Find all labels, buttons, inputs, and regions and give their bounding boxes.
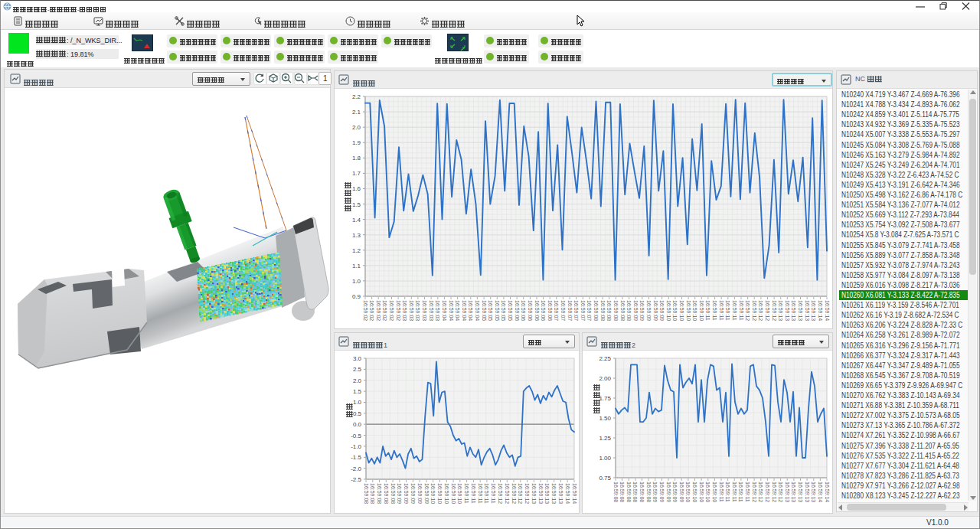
svg-text:16:59:05: 16:59:05 xyxy=(508,300,513,321)
svg-text:16:59:12: 16:59:12 xyxy=(745,300,750,321)
svg-text:16:59:13: 16:59:13 xyxy=(798,482,803,502)
svg-text:16:59:09: 16:59:09 xyxy=(659,300,665,321)
svg-text:16:59:08: 16:59:08 xyxy=(620,300,626,321)
svg-text:16:59:08: 16:59:08 xyxy=(390,483,396,504)
svg-text:16:59:05: 16:59:05 xyxy=(495,300,500,321)
svg-text:16:59:11: 16:59:11 xyxy=(471,483,476,504)
svg-text:16:59:13: 16:59:13 xyxy=(531,483,537,504)
svg-text:16:59:12: 16:59:12 xyxy=(505,483,510,504)
svg-text:16:59:04: 16:59:04 xyxy=(475,300,480,321)
svg-text:16:59:11: 16:59:11 xyxy=(719,300,724,321)
svg-text:16:59:11: 16:59:11 xyxy=(739,300,744,321)
svg-text:1.5: 1.5 xyxy=(352,201,361,208)
svg-text:16:59:03: 16:59:03 xyxy=(402,300,407,321)
svg-text:3.0: 3.0 xyxy=(353,355,362,362)
svg-text:0.9: 0.9 xyxy=(352,293,361,300)
svg-text:16:59:07: 16:59:07 xyxy=(586,300,592,321)
svg-text:16:59:09: 16:59:09 xyxy=(410,483,416,504)
svg-text:16:59:07: 16:59:07 xyxy=(580,300,586,321)
svg-text:16:59:06: 16:59:06 xyxy=(528,300,533,321)
svg-text:16:59:09: 16:59:09 xyxy=(646,300,652,321)
svg-text:16:59:12: 16:59:12 xyxy=(752,482,757,502)
svg-text:16:59:12: 16:59:12 xyxy=(752,300,757,321)
svg-text:16:59:12: 16:59:12 xyxy=(772,482,777,502)
svg-text:16:59:10: 16:59:10 xyxy=(705,482,710,502)
svg-text:1.8: 1.8 xyxy=(352,155,361,162)
svg-text:16:59:08: 16:59:08 xyxy=(639,482,645,502)
svg-text:16:59:08: 16:59:08 xyxy=(626,300,632,321)
svg-text:16:59:11: 16:59:11 xyxy=(464,483,469,504)
svg-text:16:59:13: 16:59:13 xyxy=(551,483,557,504)
svg-text:16:59:08: 16:59:08 xyxy=(606,300,612,321)
svg-text:16:59:14: 16:59:14 xyxy=(825,482,830,502)
svg-text:16:59:13: 16:59:13 xyxy=(778,300,783,321)
svg-text:16:59:11: 16:59:11 xyxy=(719,482,724,502)
svg-text:1.75: 1.75 xyxy=(599,395,611,402)
svg-text:16:59:12: 16:59:12 xyxy=(524,483,530,504)
svg-text:16:59:06: 16:59:06 xyxy=(541,300,546,321)
svg-text:16:59:09: 16:59:09 xyxy=(424,483,430,504)
svg-text:16:59:12: 16:59:12 xyxy=(518,483,523,504)
svg-text:16:59:11: 16:59:11 xyxy=(725,482,730,502)
svg-text:16:59:08: 16:59:08 xyxy=(384,483,389,504)
svg-text:1.2: 1.2 xyxy=(352,247,361,254)
svg-text:16:59:13: 16:59:13 xyxy=(785,482,790,502)
svg-text:16:59:13: 16:59:13 xyxy=(811,300,816,321)
svg-text:16:59:09: 16:59:09 xyxy=(417,483,423,504)
svg-text:1.5: 1.5 xyxy=(353,388,362,395)
svg-text:16:59:05: 16:59:05 xyxy=(488,300,493,321)
svg-text:2.0: 2.0 xyxy=(353,377,362,384)
svg-text:16:59:11: 16:59:11 xyxy=(725,300,730,321)
svg-text:-1.0: -1.0 xyxy=(351,443,361,450)
svg-text:16:59:08: 16:59:08 xyxy=(377,483,382,504)
svg-text:16:59:02: 16:59:02 xyxy=(376,300,381,321)
svg-text:16:59:11: 16:59:11 xyxy=(732,300,737,321)
svg-text:16:59:12: 16:59:12 xyxy=(778,482,783,502)
svg-text:-0.5: -0.5 xyxy=(351,433,361,439)
svg-text:16:59:03: 16:59:03 xyxy=(429,300,434,321)
svg-text:16:59:13: 16:59:13 xyxy=(785,300,790,321)
svg-text:16:59:04: 16:59:04 xyxy=(455,300,460,321)
svg-text:16:59:13: 16:59:13 xyxy=(558,483,564,504)
svg-text:16:59:11: 16:59:11 xyxy=(712,300,717,321)
svg-text:16:59:09: 16:59:09 xyxy=(679,482,684,502)
svg-text:16:59:10: 16:59:10 xyxy=(699,482,704,502)
svg-text:16:59:12: 16:59:12 xyxy=(511,483,517,504)
svg-text:0.5: 0.5 xyxy=(353,410,362,417)
svg-text:1.6: 1.6 xyxy=(352,185,361,192)
svg-text:16:59:08: 16:59:08 xyxy=(370,483,375,504)
svg-text:16:59:08: 16:59:08 xyxy=(593,300,599,321)
svg-text:16:59:14: 16:59:14 xyxy=(825,300,830,321)
svg-text:2.2: 2.2 xyxy=(352,93,361,100)
svg-text:16:59:03: 16:59:03 xyxy=(409,300,414,321)
svg-text:16:59:10: 16:59:10 xyxy=(692,300,697,321)
svg-text:16:59:08: 16:59:08 xyxy=(613,482,619,502)
svg-text:16:59:06: 16:59:06 xyxy=(521,300,526,321)
svg-text:16:59:08: 16:59:08 xyxy=(364,483,369,504)
svg-text:16:59:03: 16:59:03 xyxy=(422,300,427,321)
svg-text:1.9: 1.9 xyxy=(352,139,361,146)
svg-text:16:59:07: 16:59:07 xyxy=(567,300,573,321)
svg-text:16:59:14: 16:59:14 xyxy=(572,483,577,504)
svg-text:16:59:07: 16:59:07 xyxy=(554,300,559,321)
svg-text:16:59:02: 16:59:02 xyxy=(396,300,401,321)
svg-text:16:59:10: 16:59:10 xyxy=(699,300,704,321)
svg-text:16:59:11: 16:59:11 xyxy=(738,482,743,502)
svg-text:-2.0: -2.0 xyxy=(351,465,361,472)
svg-text:16:59:13: 16:59:13 xyxy=(538,483,544,504)
svg-text:2.00: 2.00 xyxy=(599,375,611,382)
svg-text:16:59:06: 16:59:06 xyxy=(547,300,553,321)
svg-text:16:59:09: 16:59:09 xyxy=(653,300,658,321)
svg-text:16:59:09: 16:59:09 xyxy=(639,300,645,321)
svg-text:16:59:09: 16:59:09 xyxy=(666,482,671,502)
svg-text:16:59:13: 16:59:13 xyxy=(791,482,796,502)
svg-text:16:59:07: 16:59:07 xyxy=(573,300,579,321)
svg-text:16:59:13: 16:59:13 xyxy=(544,483,550,504)
svg-text:16:59:11: 16:59:11 xyxy=(484,483,489,504)
svg-text:16:59:12: 16:59:12 xyxy=(772,300,777,321)
svg-text:16:59:02: 16:59:02 xyxy=(363,300,368,321)
svg-text:16:59:08: 16:59:08 xyxy=(632,482,638,502)
svg-text:2.0: 2.0 xyxy=(352,124,361,131)
svg-text:16:59:06: 16:59:06 xyxy=(514,300,520,321)
svg-text:1.00: 1.00 xyxy=(599,455,611,462)
